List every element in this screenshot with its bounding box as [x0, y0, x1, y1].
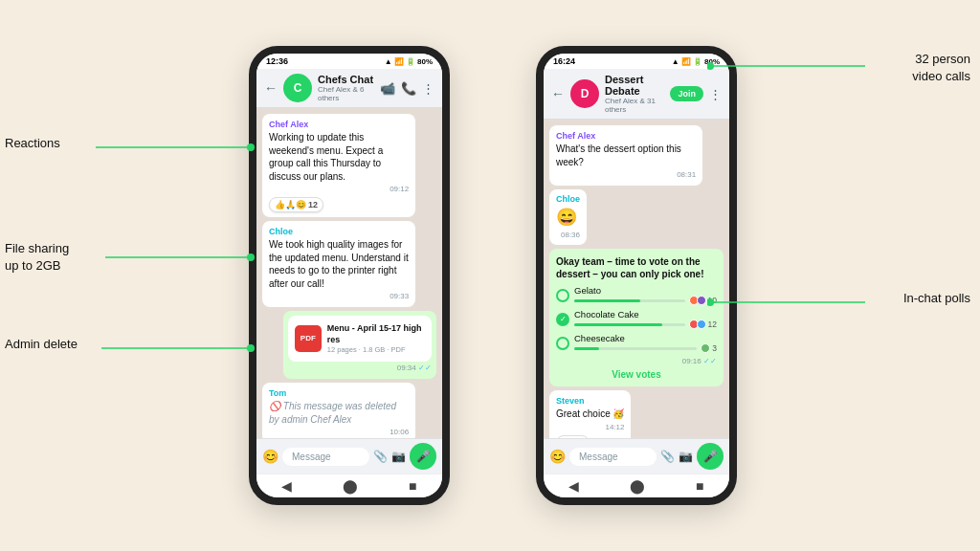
- nav-recent-left[interactable]: ■: [409, 478, 416, 494]
- poll-circle-cheesecake: [556, 337, 569, 350]
- rmsg1: Chef Alex What's the dessert option this…: [549, 125, 702, 186]
- poll-cheesecake-bar-fill: [574, 347, 599, 350]
- phone-left: 12:36 ▲ 📶 🔋 80% ← C Chefs Chat Chef Alex…: [249, 46, 450, 505]
- msg4-deleted: 🚫 This message was deleted by admin Chef…: [269, 400, 409, 426]
- rmsg4-sender: Steven: [556, 395, 624, 407]
- in-chat-polls-line: [707, 297, 865, 308]
- pdf-icon: PDF: [295, 325, 322, 352]
- file-meta: 12 pages · 1.8 GB · PDF: [327, 345, 425, 355]
- poll-choccake-bar-bg: [574, 323, 685, 326]
- nav-bar-left: ◀ ⬤ ■: [256, 474, 442, 497]
- header-info-right: Dessert Debate Chef Alex & 31 others: [605, 74, 664, 114]
- phone-right: 16:24 ▲ 📶 🔋 80% ← D Dessert Debate Chef …: [536, 46, 737, 505]
- view-votes-btn[interactable]: View votes: [556, 369, 717, 380]
- back-arrow-right[interactable]: ←: [551, 86, 565, 101]
- time-left: 12:36: [266, 56, 288, 66]
- msg1-time: 09:12: [269, 185, 409, 195]
- reactions-label: Reactions: [5, 134, 60, 151]
- chat-header-left: ← C Chefs Chat Chef Alex & 6 others 📹 📞 …: [256, 69, 442, 108]
- poll-gelato-content: Gelato 10: [574, 285, 717, 305]
- reaction-badge-1[interactable]: 👍🙏😊 12: [269, 197, 323, 212]
- msg1-reactions: 👍🙏😊 12: [269, 197, 409, 212]
- emoji-icon-right[interactable]: 😊: [549, 449, 566, 464]
- join-button[interactable]: Join: [670, 86, 703, 101]
- call-icon-left[interactable]: 📞: [401, 81, 416, 96]
- attach-icon-right[interactable]: 📎: [660, 450, 675, 463]
- rmsg4: Steven Great choice 🥳 14:12 ❤️ 12: [549, 390, 631, 438]
- camera-icon-right[interactable]: 📷: [679, 450, 693, 463]
- camera-icon-left[interactable]: 📷: [391, 450, 406, 463]
- nav-recent-right[interactable]: ■: [696, 478, 703, 494]
- file-sharing-label: File sharing up to 2GB: [5, 239, 69, 274]
- status-bar-right: 16:24 ▲ 📶 🔋 80%: [544, 54, 729, 69]
- poll-cheesecake-avatars: 3: [701, 343, 717, 353]
- msg1: Chef Alex Working to update this weekend…: [262, 114, 415, 217]
- nav-home-right[interactable]: ⬤: [630, 478, 645, 494]
- chat-sub-right: Chef Alex & 31 others: [605, 97, 664, 114]
- time-right: 16:24: [553, 56, 575, 66]
- attach-icon-left[interactable]: 📎: [373, 450, 388, 463]
- nav-home-left[interactable]: ⬤: [343, 478, 358, 494]
- file-sharing-line: [105, 252, 263, 263]
- mic-button-right[interactable]: 🎤: [697, 443, 724, 470]
- menu-icon-left[interactable]: ⋮: [422, 81, 434, 96]
- msg4: Tom 🚫 This message was deleted by admin …: [262, 383, 415, 438]
- status-icons-left: ▲ 📶 🔋 80%: [385, 57, 433, 66]
- reactions-line: [96, 142, 263, 153]
- file-info: Menu - April 15-17 high res 12 pages · 1…: [327, 322, 425, 355]
- msg2-sender: Chloe: [269, 226, 409, 237]
- chat-name-left: Chefs Chat: [318, 74, 374, 85]
- rmsg4-text: Great choice 🥳: [556, 408, 624, 421]
- in-chat-polls-label: In-chat polls: [903, 289, 970, 306]
- input-bar-right: 😊 Message 📎 📷 🎤: [544, 438, 729, 474]
- emoji-icon-left[interactable]: 😊: [262, 449, 278, 464]
- poll-option-choccake[interactable]: ✓ Chocolate Cake 12: [556, 309, 717, 329]
- menu-icon-right[interactable]: ⋮: [709, 87, 722, 101]
- avatar-right: D: [570, 79, 599, 108]
- video-calls-label: 32 person video calls: [912, 50, 970, 84]
- msg3-time: 09:34 ✓✓: [288, 364, 432, 374]
- chat-header-right: ← D Dessert Debate Chef Alex & 31 others…: [544, 69, 729, 120]
- chat-sub-left: Chef Alex & 6 others: [318, 85, 374, 102]
- msg4-sender: Tom: [269, 387, 409, 399]
- poll-gelato-bar-row: 10: [574, 296, 717, 305]
- msg2-time: 09:33: [269, 292, 409, 302]
- admin-delete-label: Admin delete: [5, 335, 78, 352]
- chat-body-left: Chef Alex Working to update this weekend…: [256, 108, 442, 438]
- svg-point-8: [707, 298, 714, 306]
- poll-choccake-bar-fill: [574, 323, 662, 326]
- rmsg2-emoji: 😄: [556, 206, 580, 229]
- nav-back-left[interactable]: ◀: [281, 478, 292, 494]
- nav-bar-right: ◀ ⬤ ■: [544, 474, 729, 497]
- mic-button-left[interactable]: 🎤: [410, 443, 436, 470]
- poll-option-gelato[interactable]: Gelato 10: [556, 285, 717, 305]
- admin-delete-line: [101, 342, 263, 354]
- in-chat-polls-label-text: In-chat polls: [903, 291, 970, 305]
- message-input-right[interactable]: Message: [569, 448, 657, 466]
- poll-circle-choccake: ✓: [556, 313, 569, 326]
- back-arrow-left[interactable]: ←: [264, 80, 278, 96]
- header-icons-left: 📹 📞 ⋮: [380, 81, 434, 96]
- input-bar-left: 😊 Message 📎 📷 🎤: [256, 438, 442, 474]
- svg-point-5: [247, 344, 255, 352]
- header-info-left: Chefs Chat Chef Alex & 6 others: [318, 74, 374, 102]
- video-icon-left[interactable]: 📹: [380, 81, 395, 96]
- reaction-badge-right[interactable]: ❤️ 12: [556, 435, 590, 438]
- file-name: Menu - April 15-17 high res: [327, 322, 425, 345]
- input-placeholder-left: Message: [292, 452, 331, 462]
- status-bar-left: 12:36 ▲ 📶 🔋 80%: [256, 54, 442, 69]
- poll-circle-gelato: [556, 289, 569, 302]
- poll-option-cheesecake[interactable]: Cheesecake 3: [556, 333, 717, 353]
- poll-gelato-label: Gelato: [574, 285, 717, 296]
- msg4-time: 10:06: [269, 428, 409, 438]
- poll-cheesecake-bar-row: 3: [574, 343, 717, 353]
- svg-point-1: [247, 143, 255, 151]
- message-input-left[interactable]: Message: [282, 448, 369, 466]
- nav-back-right[interactable]: ◀: [568, 478, 579, 494]
- rmsg1-sender: Chef Alex: [556, 130, 696, 142]
- rmsg4-time: 14:12: [556, 423, 624, 433]
- msg3: PDF Menu - April 15-17 high res 12 pages…: [283, 311, 436, 379]
- msg2-text: We took high quality images for the upda…: [269, 238, 409, 290]
- chat-name-right: Dessert Debate: [605, 74, 664, 97]
- poll-choccake-avatars: 12: [689, 320, 717, 329]
